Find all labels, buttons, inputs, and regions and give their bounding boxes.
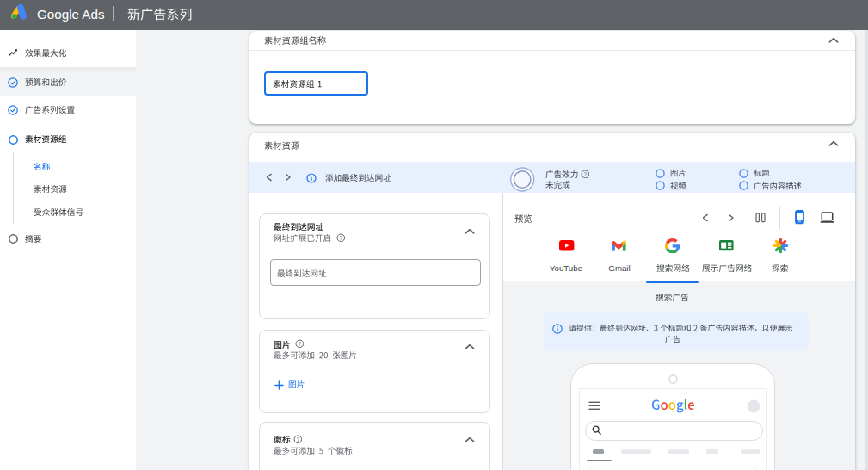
svg-text:?: ? <box>340 234 343 240</box>
svg-text:?: ? <box>297 436 300 442</box>
svg-text:?: ? <box>299 341 302 347</box>
svg-text:?: ? <box>583 170 587 176</box>
